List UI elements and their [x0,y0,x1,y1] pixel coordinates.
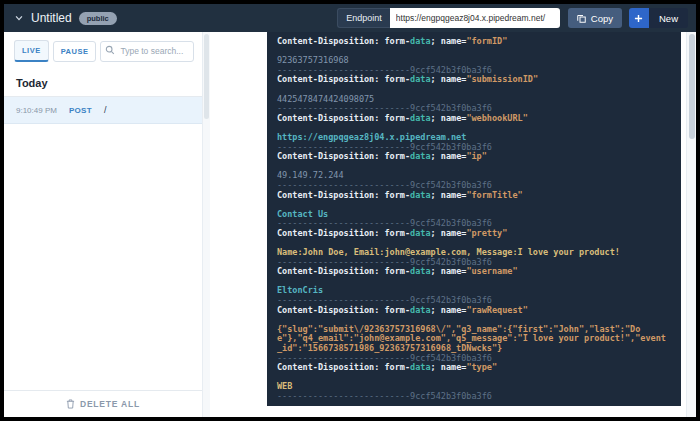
form-data-part: Content-Disposition: form-data; name="ip… [277,152,671,190]
form-data-part: Content-Disposition: form-data; name="su… [277,75,671,113]
search-icon [105,45,115,55]
form-data-part: Content-Disposition: form-data; name="ty… [277,363,671,401]
content-disposition-line: Content-Disposition: form-data; name="ra… [277,306,671,316]
sidebar-scrollbar-thumb[interactable] [204,34,209,119]
main-scrollbar[interactable] [686,32,696,417]
content-disposition-line: Content-Disposition: form-data; name="we… [277,114,671,124]
content-disposition-line: Content-Disposition: form-data; name="su… [277,75,671,85]
tab-pause[interactable]: PAUSE [53,41,97,62]
form-data-part: Content-Disposition: form-data; name="us… [277,267,671,305]
request-list-item[interactable]: 9:10:49 PM POST / [4,97,202,124]
delete-all-label: DELETE ALL [80,399,140,409]
content-disposition-line: Content-Disposition: form-data; name="us… [277,267,671,277]
new-button-label: New [649,8,688,28]
boundary-line: --------------------------9ccf542b3f0ba3… [277,392,671,402]
content-disposition-line: Content-Disposition: form-data; name="fo… [277,37,671,47]
page-title: Untitled [31,11,72,25]
main-scrollbar-thumb[interactable] [689,34,695,139]
chevron-down-icon[interactable] [14,13,24,23]
blank-line [277,373,671,383]
trash-icon [66,399,75,409]
form-data-part: Content-Disposition: form-data; name="ra… [277,306,671,364]
content-disposition-line: Content-Disposition: form-data; name="fo… [277,191,671,201]
app-window: Untitled public Endpoint Copy New LIVE P… [4,4,696,417]
form-data-part: Content-Disposition: form-data; name="fo… [277,37,671,75]
form-data-part: Content-Disposition: form-data; name="pr… [277,229,671,267]
endpoint-group: Endpoint [337,8,560,28]
form-data-part: Content-Disposition: form-data; name="fo… [277,191,671,229]
sidebar-scrollbar[interactable] [202,32,210,417]
request-time: 9:10:49 PM [16,106,57,115]
endpoint-url-input[interactable] [390,8,560,28]
content-disposition-line: Content-Disposition: form-data; name="ip… [277,152,671,162]
blank-line [277,200,671,210]
blank-line [277,277,671,287]
body: LIVE PAUSE Today 9:10:49 PM POST / DELET… [4,32,696,417]
form-data-part: Content-Disposition: form-data; name="we… [277,114,671,152]
part-value: {"slug":"submit\/92363757316968\/","q3_n… [277,325,671,354]
plus-icon [629,8,649,28]
content-disposition-line: Content-Disposition: form-data; name="pr… [277,229,671,239]
request-body-panel: Content-Disposition: form-data; name="fo… [267,32,681,406]
visibility-badge: public [79,12,117,25]
copy-button-label: Copy [591,13,613,24]
new-button[interactable]: New [629,8,688,28]
content-disposition-line: Content-Disposition: form-data; name="ty… [277,363,671,373]
tab-live[interactable]: LIVE [14,40,49,62]
sidebar: LIVE PAUSE Today 9:10:49 PM POST / DELET… [4,32,202,417]
sidebar-toolbar: LIVE PAUSE [4,32,202,70]
bin-title-dropdown[interactable]: Untitled public [14,11,117,25]
top-bar: Untitled public Endpoint Copy New [4,4,696,32]
request-method: POST [69,106,92,115]
request-path: / [104,105,107,115]
copy-button[interactable]: Copy [568,8,622,28]
section-title-today: Today [4,70,202,97]
search-wrap [100,40,194,62]
endpoint-label: Endpoint [337,8,390,28]
delete-all-button[interactable]: DELETE ALL [4,390,202,417]
request-detail-main: Content-Disposition: form-data; name="fo… [210,32,686,417]
copy-icon [577,14,586,23]
